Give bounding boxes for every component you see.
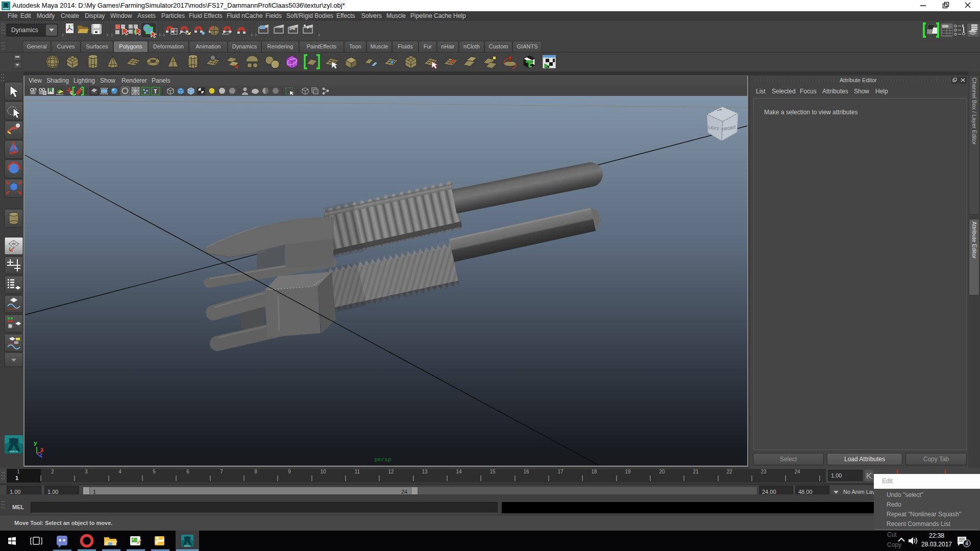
svg-text:MAYA: MAYA	[10, 450, 18, 453]
svg-text:Dynamics: Dynamics	[11, 27, 38, 34]
svg-text:persp: persp	[374, 457, 391, 463]
svg-text:T: T	[154, 88, 157, 94]
svg-text:IPR: IPR	[289, 27, 296, 31]
svg-text:y: y	[34, 440, 37, 446]
svg-text:MAYA: MAYA	[184, 545, 190, 547]
